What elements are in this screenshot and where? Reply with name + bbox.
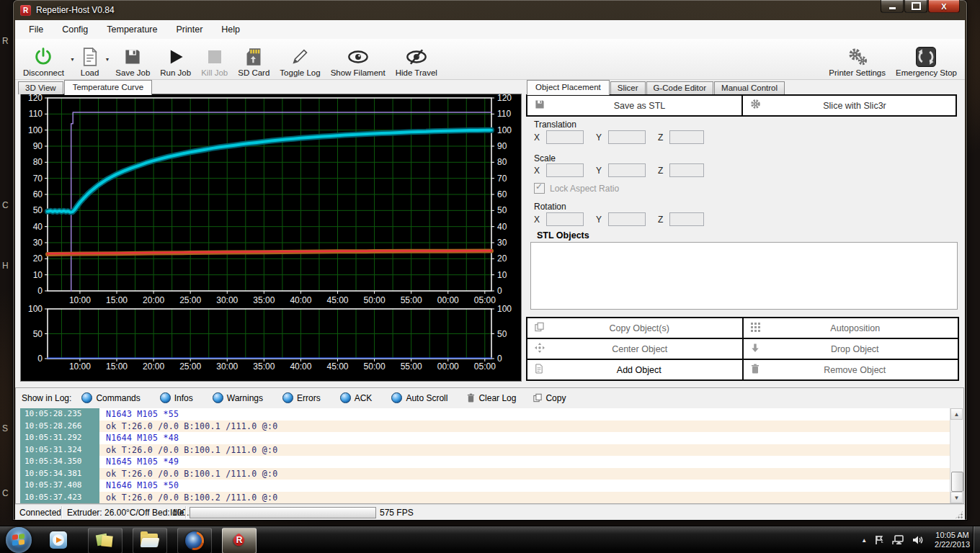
save-as-stl-label: Save as STL (545, 101, 734, 111)
disconnect-button[interactable]: Disconnect (18, 41, 69, 77)
menu-temperature[interactable]: Temperature (97, 22, 166, 37)
show-filament-button[interactable]: Show Filament (326, 41, 391, 77)
start-button[interactable] (6, 527, 32, 553)
svg-text:45:00: 45:00 (326, 295, 348, 305)
tab-temperature-curve[interactable]: Temperature Curve (64, 80, 152, 95)
view-tabstrip: 3D ViewTemperature Curve (18, 81, 153, 94)
taskbar-repetier-button[interactable]: R (222, 528, 257, 553)
svg-text:30:00: 30:00 (216, 361, 238, 372)
scale-z-input[interactable] (669, 163, 704, 177)
taskbar-firefox-button[interactable] (177, 528, 212, 553)
log-timestamp: 10:05:28.235 (20, 408, 99, 421)
lock-aspect-ratio-label: Lock Aspect Ratio (550, 184, 619, 194)
log-toggle-auto-scroll[interactable]: Auto Scroll (391, 392, 447, 403)
svg-text:10:00: 10:00 (69, 361, 91, 372)
toggle-log-button[interactable]: Toggle Log (275, 41, 325, 77)
svg-text:50:00: 50:00 (364, 295, 386, 305)
printer-state: Idle (170, 508, 184, 518)
center-object-button[interactable]: Center Object (527, 338, 743, 359)
drop-object-button[interactable]: Drop Object (743, 338, 959, 359)
load-dropdown-icon[interactable]: ▼ (104, 57, 110, 62)
run-job-label: Run Job (160, 68, 191, 77)
svg-text:00:00: 00:00 (437, 295, 459, 305)
title-bar[interactable]: R Repetier-Host V0.84 X (13, 0, 967, 20)
copy-log-button[interactable]: Copy (533, 393, 566, 403)
tab-object-placement[interactable]: Object Placement (527, 80, 610, 95)
copy-objects-label: Copy Object(s) (544, 323, 735, 333)
scroll-up-icon[interactable]: ▲ (950, 408, 963, 420)
menu-file[interactable]: File (19, 22, 53, 37)
add-object-button[interactable]: Add Object (527, 359, 743, 380)
taskbar-clock[interactable]: 10:05 AM 2/22/2013 (935, 531, 970, 549)
disconnect-dropdown-icon[interactable]: ▼ (70, 57, 75, 62)
hidden-icons-button[interactable]: ▲ (861, 537, 867, 544)
translation-y-input[interactable] (608, 130, 646, 144)
sd-card-icon (246, 45, 262, 68)
copy-objects-button[interactable]: Copy Object(s) (527, 318, 743, 338)
close-button[interactable]: X (928, 0, 960, 13)
axis-z-label: Z (658, 166, 663, 176)
scale-y-input[interactable] (608, 163, 646, 177)
emergency-stop-button[interactable]: Emergency Stop (891, 41, 962, 77)
rotation-y-input[interactable] (608, 212, 646, 226)
log-toggle-ack[interactable]: ACK (340, 392, 373, 403)
log-toggle-infos[interactable]: Infos (160, 392, 193, 403)
scale-x-input[interactable] (546, 163, 584, 177)
tab-3d-view[interactable]: 3D View (18, 81, 63, 94)
load-label: Load (81, 68, 99, 77)
action-center-flag-icon[interactable] (875, 535, 884, 545)
save-as-stl-button[interactable]: Save as STL (526, 94, 743, 117)
run-job-button[interactable]: Run Job (155, 41, 196, 77)
repetier-host-window: R Repetier-Host V0.84 X FileConfigTemper… (13, 0, 967, 520)
log-list[interactable]: 10:05:28.235N1643 M105 *5510:05:28.266ok… (20, 408, 952, 503)
rotation-z-input[interactable] (669, 212, 704, 226)
svg-text:40:00: 40:00 (290, 295, 311, 305)
svg-text:55:00: 55:00 (401, 361, 422, 372)
svg-text:60: 60 (497, 189, 507, 199)
svg-text:15:00: 15:00 (106, 295, 128, 305)
tab-slicer[interactable]: Slicer (610, 81, 646, 94)
menu-config[interactable]: Config (53, 22, 97, 37)
copy-icon (533, 393, 542, 403)
stl-objects-list[interactable] (530, 242, 958, 310)
menu-help[interactable]: Help (212, 22, 249, 37)
volume-icon[interactable] (912, 535, 924, 545)
scrollbar-thumb[interactable] (951, 472, 963, 492)
clear-log-button[interactable]: Clear Log (467, 393, 516, 403)
minimize-button[interactable] (881, 0, 904, 13)
load-button[interactable]: Load (76, 41, 104, 77)
tab-g-code-editor[interactable]: G-Code Editor (646, 81, 714, 94)
svg-text:90: 90 (497, 141, 507, 151)
toggle-orb-icon (340, 392, 351, 403)
printer-settings-button[interactable]: Printer Settings (824, 41, 891, 77)
remove-object-button[interactable]: Remove Object (743, 359, 959, 380)
sd-card-button[interactable]: SD Card (233, 41, 275, 77)
slice-with-slic3r-button[interactable]: Slice with Slic3r (743, 94, 957, 117)
log-toggle-warnings[interactable]: Warnings (213, 392, 263, 403)
autoposition-button[interactable]: Autoposition (743, 318, 959, 338)
resize-grip[interactable] (955, 511, 963, 519)
taskbar-media-player-button[interactable] (42, 528, 75, 552)
log-toggle-commands[interactable]: Commands (81, 392, 140, 403)
center-object-label: Center Object (545, 344, 735, 354)
menu-printer[interactable]: Printer (166, 22, 212, 37)
media-player-icon (50, 531, 67, 549)
log-row: 10:05:34.350N1645 M105 *49 (20, 456, 952, 468)
network-icon[interactable] (892, 535, 904, 545)
translation-z-input[interactable] (669, 130, 704, 144)
save-job-button[interactable]: Save Job (110, 41, 155, 77)
scroll-down-icon[interactable]: ▼ (950, 492, 963, 503)
axis-y-label: Y (596, 166, 602, 176)
log-toggle-errors[interactable]: Errors (282, 392, 321, 403)
show-desktop-button[interactable] (973, 526, 980, 553)
taskbar-sticky-notes-button[interactable] (88, 528, 122, 553)
taskbar-explorer-button[interactable] (133, 528, 167, 553)
hide-travel-button[interactable]: Hide Travel (391, 41, 442, 77)
rotation-x-input[interactable] (546, 212, 584, 226)
translation-x-input[interactable] (546, 130, 584, 144)
desktop-icon-label: C (2, 488, 9, 498)
lock-aspect-ratio-checkbox[interactable] (534, 183, 545, 194)
tab-manual-control[interactable]: Manual Control (714, 81, 785, 94)
log-scrollbar[interactable]: ▲ ▼ (950, 408, 963, 503)
maximize-button[interactable] (904, 0, 927, 13)
